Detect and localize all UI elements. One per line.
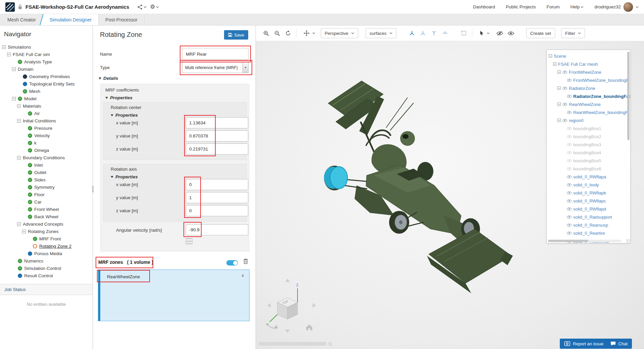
collapse-icon[interactable] xyxy=(549,54,552,58)
scene-tree-item-boundingbox1[interactable]: boundingBox1 xyxy=(547,124,630,132)
zoom-in-button[interactable] xyxy=(261,28,271,38)
collapse-icon[interactable] xyxy=(17,119,21,123)
panel-resize-handle[interactable] xyxy=(92,186,94,192)
navigator-item-pressure[interactable]: ✓Pressure xyxy=(0,124,93,132)
visibility-eye-icon[interactable] xyxy=(567,199,572,202)
visibility-eye-icon[interactable] xyxy=(567,167,572,170)
navigator-item-simulations[interactable]: Simulations xyxy=(0,43,93,51)
scene-tree-item-frontwheelzone-boundingf[interactable]: FrontWheelZone_boundingF xyxy=(547,76,630,84)
axis-z-input[interactable] xyxy=(186,205,248,216)
axis-view-tool-4[interactable] xyxy=(440,28,450,38)
scene-tree-horizontal-scrollbar[interactable] xyxy=(548,240,621,242)
visibility-eye-icon[interactable] xyxy=(567,79,572,82)
scene-tree-item-solid-0-reartire[interactable]: solid_0_Reartire xyxy=(547,229,630,237)
remove-zone-button[interactable]: x xyxy=(242,273,244,278)
navigator-item-k[interactable]: ✓k xyxy=(0,139,93,147)
tab-simulation-designer[interactable]: Simulation Designer xyxy=(43,14,99,25)
tab-mesh-creator[interactable]: Mesh Creator xyxy=(1,14,43,25)
navigator-item-porous-media[interactable]: Porous Media xyxy=(0,250,93,257)
scene-tree-item-scene[interactable]: Scene xyxy=(547,52,630,60)
visibility-eye-icon[interactable] xyxy=(567,175,572,178)
show-all-button[interactable] xyxy=(506,28,516,38)
visibility-eye-icon[interactable] xyxy=(567,208,572,211)
visibility-eye-icon[interactable] xyxy=(567,151,572,154)
navigator-item-initial-conditions[interactable]: Initial Conditions xyxy=(0,117,93,124)
scene-tree-item-boundingbox2[interactable]: boundingBox2 xyxy=(547,132,630,140)
viewport-scrollbar-grip[interactable] xyxy=(328,342,332,346)
viewport-canvas[interactable]: Z Y TOP SceneFSAE Full Car meshFrontWhee… xyxy=(256,41,644,349)
navigator-item-fsae-full-car-sim[interactable]: FSAE Full Car sim xyxy=(0,51,93,58)
navigator-item-back-wheel[interactable]: ✓Back Wheel xyxy=(0,213,93,220)
visibility-eye-icon[interactable] xyxy=(567,232,572,235)
center-y-input[interactable] xyxy=(186,130,248,141)
nav-forum[interactable]: Forum xyxy=(546,4,559,9)
visibility-eye-icon[interactable] xyxy=(562,103,567,106)
navigator-item-rotating-zones[interactable]: Rotating Zones xyxy=(0,228,93,235)
visibility-eye-icon[interactable] xyxy=(567,143,572,146)
scene-tree-item-solid-0-rwflapc[interactable]: solid_0_RWflapc xyxy=(547,197,630,205)
visibility-eye-icon[interactable] xyxy=(567,95,572,98)
user-menu[interactable]: drodriguez32 xyxy=(594,2,639,12)
visibility-eye-icon[interactable] xyxy=(567,127,572,130)
collapse-icon[interactable] xyxy=(557,103,561,106)
navigator-item-geometry-primitives[interactable]: Geometry Primitives xyxy=(0,73,93,80)
axis-y-input[interactable] xyxy=(186,192,248,203)
collapse-icon[interactable] xyxy=(17,104,21,108)
navigator-item-domain[interactable]: Domain xyxy=(0,65,93,73)
scene-tree-item-radiatorzone-boundingface[interactable]: RadiatorZone_boundingFace xyxy=(547,92,630,100)
share-button[interactable] xyxy=(137,4,147,10)
mrf-zones-toggle[interactable] xyxy=(226,260,238,266)
select-arrow-icon[interactable]: ▼ xyxy=(243,62,248,73)
navigator-item-model[interactable]: ✓Model xyxy=(0,95,93,102)
navigator-item-materials[interactable]: Materials xyxy=(0,102,93,110)
visibility-eye-icon[interactable] xyxy=(562,71,567,74)
scene-tree-item-solid-0-rwflapd[interactable]: solid_0_RWflapd xyxy=(547,205,630,213)
center-z-input[interactable] xyxy=(186,143,248,155)
navigator-item-boundary-conditions[interactable]: Boundary Conditions xyxy=(0,154,93,161)
visibility-eye-icon[interactable] xyxy=(567,159,572,162)
delete-zone-button[interactable] xyxy=(243,258,249,265)
navigator-item-rotating-zone-2[interactable]: Rotating Zone 2 xyxy=(0,242,93,250)
axis-view-tool-2[interactable] xyxy=(418,28,428,38)
mrf-zones-selection-box[interactable]: RearWheelZone x xyxy=(98,270,250,321)
table-input-icon[interactable] xyxy=(186,238,192,244)
view-navigation-cube[interactable]: Z Y TOP xyxy=(263,278,330,338)
navigator-item-sides[interactable]: ✓Sides xyxy=(0,176,93,183)
scene-tree-item-radiatorzone[interactable]: RadiatorZone xyxy=(547,84,630,92)
collapse-icon[interactable] xyxy=(17,156,21,160)
hide-selection-button[interactable] xyxy=(495,28,504,38)
navigator-item-air[interactable]: ✓Air xyxy=(0,110,93,117)
scene-tree-item-solid-0-radsupport[interactable]: solid_0_Radsupport xyxy=(547,213,630,221)
axis-view-tool-1[interactable] xyxy=(407,28,417,38)
scene-tree-item-solid-0-rearsusp[interactable]: solid_0_Rearsusp xyxy=(547,221,630,229)
collapse-icon[interactable] xyxy=(557,70,561,74)
visibility-eye-icon[interactable] xyxy=(567,183,572,186)
name-input[interactable] xyxy=(182,48,249,60)
filter-dropdown[interactable]: Filter xyxy=(561,28,585,38)
scene-tree-item-solid-0-rwflapa[interactable]: solid_0_RWflapa xyxy=(547,173,630,181)
axis-view-tool-3[interactable] xyxy=(429,28,439,38)
collapse-icon[interactable] xyxy=(17,222,21,226)
navigator-item-omega[interactable]: ✓Omega xyxy=(0,147,93,154)
nav-help[interactable]: Help xyxy=(570,4,584,9)
angular-velocity-input[interactable] xyxy=(186,224,248,235)
report-issue-button[interactable]: Report an issue xyxy=(560,339,608,349)
create-set-button[interactable]: Create set xyxy=(526,28,555,38)
scene-tree-item-fsae-full-car-mesh[interactable]: FSAE Full Car mesh xyxy=(547,60,630,68)
scene-tree-item-boundingbox3[interactable]: boundingBox3 xyxy=(547,140,630,149)
navigator-item-outlet[interactable]: ✓Outlet xyxy=(0,169,93,176)
scrollbar-thumb[interactable] xyxy=(548,240,588,242)
navigator-item-mesh[interactable]: ✓Mesh xyxy=(0,88,93,95)
project-settings-button[interactable]: ⚙ xyxy=(150,4,159,10)
navigator-item-velocity[interactable]: ✓Velocity xyxy=(0,132,93,139)
tab-post-processor[interactable]: Post-Processor xyxy=(99,14,145,25)
visibility-eye-icon[interactable] xyxy=(567,216,572,219)
collapse-icon[interactable] xyxy=(12,97,16,101)
navigator-item-analysis-type[interactable]: ✓Analysis Type xyxy=(0,58,93,65)
navigator-item-simulation-control[interactable]: ✓Simulation Control xyxy=(0,265,93,272)
collapse-icon[interactable] xyxy=(2,45,6,49)
scene-tree-item-solid-0-rwflapb[interactable]: solid_0_RWflapb xyxy=(547,189,630,197)
scene-tree-vertical-scrollbar[interactable] xyxy=(627,52,630,140)
navigator-item-advanced-concepts[interactable]: Advanced Concepts xyxy=(0,220,93,228)
nav-public-projects[interactable]: Public Projects xyxy=(506,4,536,9)
